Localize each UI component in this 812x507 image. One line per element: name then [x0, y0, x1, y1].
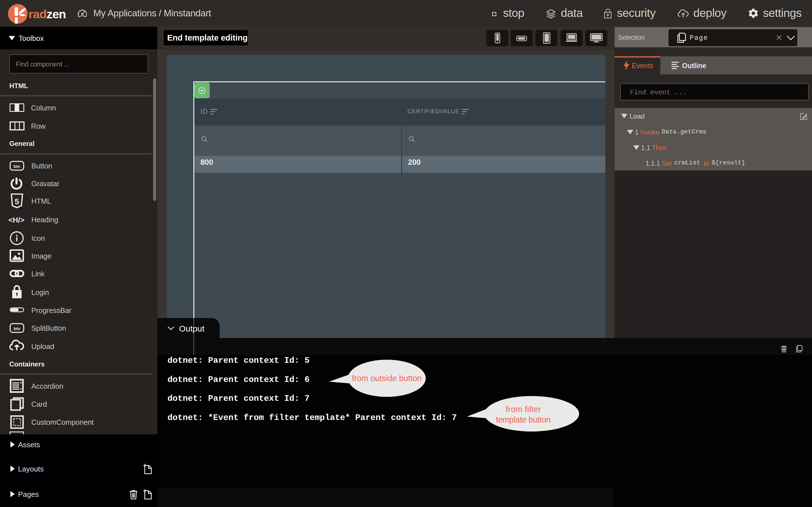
svg-text:btn: btn [13, 164, 20, 169]
svg-text:from filter: from filter [506, 405, 541, 414]
svg-text:5: 5 [15, 197, 19, 206]
svg-text:from outside button: from outside button [352, 374, 422, 383]
svg-text:btn: btn [13, 326, 20, 331]
svg-text:template button: template button [496, 415, 551, 424]
